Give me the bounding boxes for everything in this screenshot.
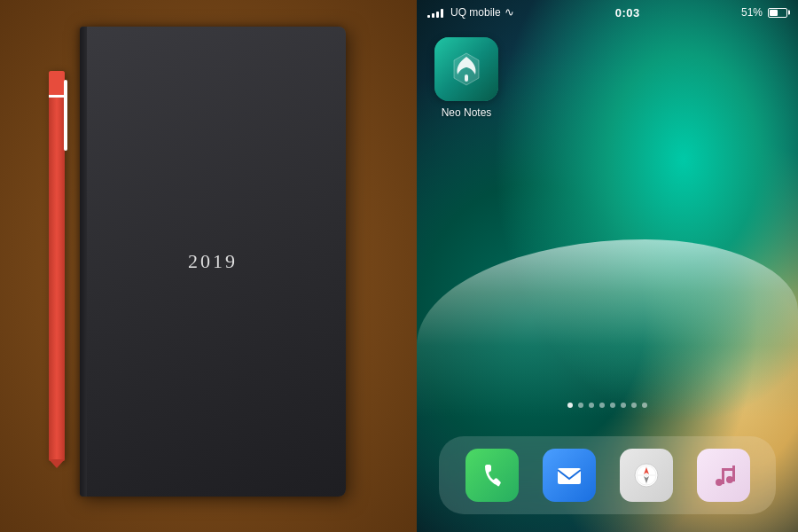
signal-bar-3 xyxy=(436,12,439,18)
svg-point-9 xyxy=(726,476,733,483)
neo-notes-icon-svg xyxy=(447,50,486,89)
dock-mail-icon[interactable] xyxy=(543,449,596,502)
dot-3 xyxy=(599,403,605,408)
safari-icon-svg xyxy=(630,459,662,491)
battery-icon xyxy=(768,8,787,18)
dock-phone-icon[interactable] xyxy=(466,449,519,502)
music-icon-svg xyxy=(708,459,739,491)
pen xyxy=(49,71,65,461)
dot-5 xyxy=(621,403,626,408)
pen-clip xyxy=(64,80,67,151)
status-time: 0:03 xyxy=(615,6,640,20)
dock xyxy=(439,436,776,514)
neo-notes-icon[interactable] xyxy=(434,37,498,101)
page-dots xyxy=(567,403,647,408)
dock-music-icon[interactable] xyxy=(697,449,750,502)
dock-safari-icon[interactable] xyxy=(620,449,673,502)
svg-rect-1 xyxy=(558,468,581,484)
app-name-label: Neo Notes xyxy=(442,106,492,119)
dot-7 xyxy=(642,403,647,408)
dot-6 xyxy=(631,403,637,408)
signal-icon xyxy=(427,7,443,18)
dot-1 xyxy=(578,403,583,408)
photo-panel: 2019 xyxy=(0,0,417,532)
battery-fill xyxy=(770,10,778,16)
carrier-label: UQ mobile xyxy=(450,6,501,19)
phone-screen: UQ mobile ∿ 0:03 51% Neo Notes xyxy=(417,0,798,532)
status-left: UQ mobile ∿ xyxy=(427,5,514,20)
svg-point-8 xyxy=(716,479,723,486)
status-bar: UQ mobile ∿ 0:03 51% xyxy=(417,0,798,25)
pen-tip xyxy=(49,459,65,468)
svg-rect-0 xyxy=(465,74,468,82)
signal-bar-4 xyxy=(441,9,443,18)
dot-2 xyxy=(589,403,594,408)
phone-icon-svg xyxy=(476,459,508,491)
svg-rect-11 xyxy=(732,466,735,481)
wifi-icon: ∿ xyxy=(505,5,514,20)
dot-4 xyxy=(610,403,615,408)
app-icon-container[interactable]: Neo Notes xyxy=(434,37,498,119)
notebook: 2019 xyxy=(80,27,346,497)
dot-0 xyxy=(567,403,573,408)
battery-percent: 51% xyxy=(741,6,763,19)
mail-icon-svg xyxy=(553,459,585,491)
battery-shell xyxy=(768,8,787,18)
status-right: 51% xyxy=(741,6,787,19)
svg-rect-12 xyxy=(722,468,735,471)
signal-bar-2 xyxy=(432,13,434,18)
pen-cap xyxy=(49,71,65,98)
notebook-year: 2019 xyxy=(188,250,238,273)
signal-bar-1 xyxy=(427,15,430,18)
